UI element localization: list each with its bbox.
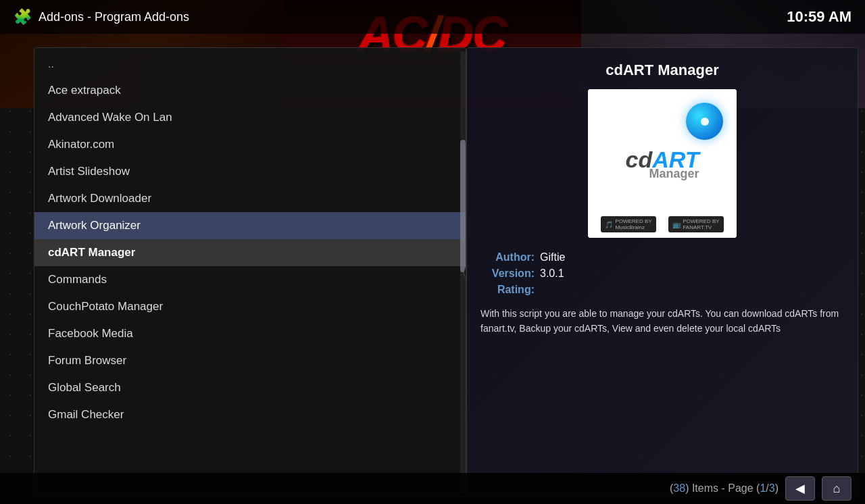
addon-list-panel: .. Ace extrapack Advanced Wake On Lan Ak… xyxy=(34,47,466,497)
puzzle-icon: 🧩 xyxy=(14,8,32,26)
detail-description: With this script you are able to manage … xyxy=(480,306,844,336)
detail-meta: Author: Giftie Version: 3.0.1 Rating: xyxy=(480,251,844,296)
list-item[interactable]: CouchPotato Manager xyxy=(34,293,466,320)
addon-detail-panel: cdART Manager cdART Manager 🎵 P xyxy=(466,47,858,497)
list-item[interactable]: .. xyxy=(34,51,466,77)
list-item[interactable]: Commands xyxy=(34,266,466,293)
list-item[interactable]: Facebook Media xyxy=(34,320,466,347)
main-content: .. Ace extrapack Advanced Wake On Lan Ak… xyxy=(34,41,865,504)
version-row: Version: 3.0.1 xyxy=(480,268,844,280)
version-value: 3.0.1 xyxy=(540,268,564,280)
addon-thumbnail: cdART Manager 🎵 POWERED BYMusicBrainz 📺 … xyxy=(588,89,737,238)
fanart-badge: 📺 POWERED BYFANART.TV xyxy=(668,216,723,232)
items-label: Items - Page ( xyxy=(692,482,760,494)
list-item[interactable]: Global Search xyxy=(34,374,466,401)
powered-by-section: 🎵 POWERED BYMusicBrainz 📺 POWERED BYFANA… xyxy=(588,216,737,232)
clock: 10:59 AM xyxy=(787,8,851,26)
blue-orb xyxy=(686,103,723,140)
list-item[interactable]: Advanced Wake On Lan xyxy=(34,104,466,131)
musicbrainz-label: POWERED BYMusicBrainz xyxy=(615,218,651,230)
back-button[interactable]: ◀ xyxy=(785,476,815,501)
list-item[interactable]: Artist Slideshow xyxy=(34,158,466,185)
fanart-label: POWERED BYFANART.TV xyxy=(683,218,719,230)
detail-title: cdART Manager xyxy=(480,61,844,79)
thumbnail-image: cdART Manager 🎵 POWERED BYMusicBrainz 📺 … xyxy=(588,89,737,238)
header-left: 🧩 Add-ons - Program Add-ons xyxy=(14,8,189,26)
cd-text: cd xyxy=(626,147,653,172)
musicbrainz-icon: 🎵 xyxy=(605,221,613,228)
author-label: Author: xyxy=(480,251,535,263)
author-value: Giftie xyxy=(540,251,565,263)
list-item[interactable]: Ace extrapack xyxy=(34,77,466,104)
page-close: ) xyxy=(775,482,778,494)
list-item-artwork-organizer[interactable]: Artwork Organizer xyxy=(34,212,466,239)
pagination-text: (38) Items - Page (1/3) xyxy=(670,482,778,495)
list-item[interactable]: Akinator.com xyxy=(34,131,466,158)
fanart-icon: 📺 xyxy=(672,221,681,228)
home-button[interactable]: ⌂ xyxy=(822,476,851,501)
list-item[interactable]: Forum Browser xyxy=(34,347,466,374)
version-label: Version: xyxy=(480,268,535,280)
items-count: 38 xyxy=(673,482,685,494)
top-header: 🧩 Add-ons - Program Add-ons 10:59 AM xyxy=(0,0,865,34)
rating-row: Rating: xyxy=(480,284,844,296)
addon-list: .. Ace extrapack Advanced Wake On Lan Ak… xyxy=(34,48,466,432)
header-nav: Add-ons - Program Add-ons xyxy=(39,10,189,24)
rating-label: Rating: xyxy=(480,284,535,296)
list-item[interactable]: Gmail Checker xyxy=(34,401,466,428)
bottom-bar: (38) Items - Page (1/3) ◀ ⌂ xyxy=(0,473,865,504)
list-item[interactable]: Artwork Downloader xyxy=(34,185,466,212)
cdart-brand-text: cdART Manager xyxy=(626,148,699,180)
page-current: 1 xyxy=(760,482,766,494)
page-total: 3 xyxy=(769,482,775,494)
musicbrainz-badge: 🎵 POWERED BYMusicBrainz xyxy=(601,216,656,232)
detail-content: cdART Manager cdART Manager 🎵 P xyxy=(480,61,844,336)
scrollbar-thumb[interactable] xyxy=(460,140,466,272)
list-item-cdart-manager[interactable]: cdART Manager xyxy=(34,239,466,266)
author-row: Author: Giftie xyxy=(480,251,844,263)
